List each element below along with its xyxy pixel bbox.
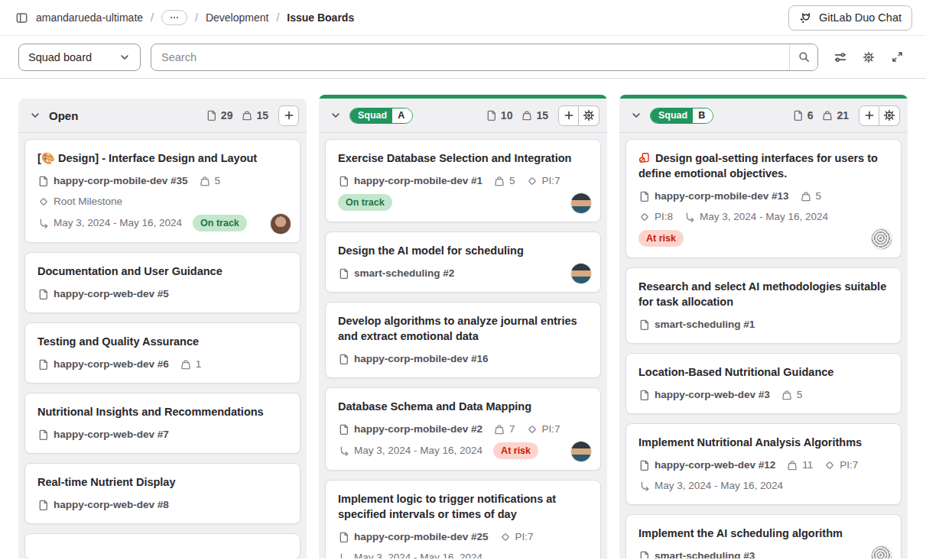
weight-icon bbox=[521, 109, 533, 121]
column-weight-count: 15 bbox=[241, 109, 268, 121]
issue-card[interactable]: Implement Nutritional Analysis Algorithm… bbox=[625, 423, 902, 505]
milestone-icon bbox=[37, 196, 50, 208]
duo-chat-label: GitLab Duo Chat bbox=[819, 11, 902, 24]
issue-meta: happy-corp-mobile-dev #16 bbox=[338, 351, 588, 367]
add-issue-button[interactable] bbox=[558, 105, 579, 126]
issue-title[interactable]: Testing and Quality Assurance bbox=[37, 334, 288, 349]
breadcrumb: amandarueda-ultimate / / Development / I… bbox=[15, 10, 354, 25]
chevron-down-icon bbox=[119, 51, 131, 63]
issue-card[interactable]: Develop algorithms to analyze journal en… bbox=[325, 302, 601, 378]
breadcrumb-separator: / bbox=[151, 11, 154, 24]
breadcrumb-group[interactable]: Development bbox=[206, 11, 269, 24]
column-collapse-button[interactable] bbox=[629, 108, 644, 123]
issue-meta: happy-corp-web-dev #8 bbox=[37, 497, 288, 513]
issue-meta: happy-corp-mobile-dev #25PI:7May 3, 2024… bbox=[338, 529, 588, 558]
issue-title[interactable]: [🎨 Design] - Interface Design and Layout bbox=[37, 151, 288, 166]
column-collapse-button[interactable] bbox=[328, 108, 343, 123]
assignee-avatar[interactable] bbox=[571, 264, 591, 283]
issue-icon bbox=[37, 499, 50, 511]
issue-meta: happy-corp-web-dev #1211PI:7May 3, 2024 … bbox=[638, 458, 889, 494]
search-input[interactable] bbox=[151, 44, 789, 70]
filter-sliders-icon bbox=[833, 50, 847, 64]
issue-card[interactable]: [🎨 Design] - Interface Design and Layout… bbox=[24, 139, 301, 243]
issue-card-partial[interactable] bbox=[24, 533, 301, 558]
issue-card[interactable]: Nutritional Insights and Recommendations… bbox=[24, 393, 301, 454]
weight-icon bbox=[199, 175, 211, 187]
issue-title[interactable]: Implement the AI scheduling algorithm bbox=[638, 526, 889, 541]
sidebar-toggle-icon[interactable] bbox=[15, 11, 28, 24]
add-issue-button[interactable] bbox=[859, 105, 879, 126]
issue-reference: happy-corp-web-dev #6 bbox=[37, 357, 169, 372]
issue-title[interactable]: Design the AI model for scheduling bbox=[338, 243, 588, 258]
duo-chat-button[interactable]: GitLab Duo Chat bbox=[788, 5, 912, 31]
iteration-icon bbox=[338, 445, 350, 457]
plus-icon bbox=[283, 109, 295, 121]
assignee-avatar[interactable] bbox=[571, 442, 591, 461]
assignee-avatar[interactable] bbox=[872, 229, 892, 249]
issue-icon bbox=[37, 358, 50, 371]
column-scoped-label[interactable]: SquadA bbox=[349, 108, 413, 124]
issue-title[interactable]: Research and select AI methodologies sui… bbox=[638, 279, 889, 309]
issue-title[interactable]: Real-time Nutrient Display bbox=[37, 474, 288, 490]
issue-meta: happy-corp-web-dev #5 bbox=[37, 286, 288, 302]
breadcrumb-ellipsis-button[interactable] bbox=[161, 10, 187, 25]
issue-title[interactable]: Implement Nutritional Analysis Algorithm… bbox=[638, 435, 889, 450]
iteration-icon bbox=[684, 211, 696, 223]
board-settings-button[interactable] bbox=[856, 45, 881, 70]
issue-milestone: PI:7 bbox=[824, 458, 858, 473]
search-icon bbox=[798, 50, 811, 63]
issue-title[interactable]: Develop algorithms to analyze journal en… bbox=[338, 313, 588, 344]
issue-weight: 5 bbox=[781, 387, 803, 403]
breadcrumb-project[interactable]: amandarueda-ultimate bbox=[36, 11, 143, 24]
board-column-squad-b: SquadB 6 21 Design goal-setting interfac… bbox=[619, 95, 908, 558]
issue-card[interactable]: Research and select AI methodologies sui… bbox=[625, 267, 902, 344]
issue-card[interactable]: Exercise Database Selection and Integrat… bbox=[325, 139, 601, 222]
milestone-icon bbox=[526, 423, 538, 435]
column-weight-count: 15 bbox=[521, 109, 548, 121]
column-scoped-label[interactable]: SquadB bbox=[650, 108, 713, 124]
column-collapse-button[interactable] bbox=[28, 108, 43, 123]
board-column-squad-a: SquadA 10 15 Exercise Database Selection… bbox=[319, 95, 607, 558]
milestone-icon bbox=[638, 211, 651, 223]
issue-card[interactable]: Implement logic to trigger notifications… bbox=[325, 480, 601, 558]
chevron-down-icon bbox=[330, 109, 342, 121]
issue-title[interactable]: Database Schema and Data Mapping bbox=[338, 399, 588, 414]
list-settings-button[interactable] bbox=[579, 105, 599, 126]
column-counts: 10 15 bbox=[486, 105, 599, 126]
issue-card[interactable]: Design goal-setting interfaces for users… bbox=[625, 139, 902, 258]
issue-card[interactable]: Design the AI model for scheduling smart… bbox=[325, 231, 601, 293]
issue-title[interactable]: Nutritional Insights and Recommendations bbox=[37, 404, 288, 419]
list-settings-button[interactable] bbox=[879, 105, 900, 126]
filter-settings-button[interactable] bbox=[828, 45, 853, 70]
issue-card[interactable]: Implement the AI scheduling algorithm sm… bbox=[625, 514, 902, 558]
issue-title[interactable]: Implement logic to trigger notifications… bbox=[338, 491, 588, 522]
issue-card[interactable]: Testing and Quality Assurance happy-corp… bbox=[24, 322, 301, 384]
search-button[interactable] bbox=[789, 44, 817, 70]
issue-reference: happy-corp-mobile-dev #16 bbox=[338, 351, 489, 367]
search-box bbox=[151, 44, 818, 71]
issue-meta: happy-corp-mobile-dev #15PI:7On track bbox=[338, 173, 588, 211]
issue-title[interactable]: Location-Based Nutritional Guidance bbox=[638, 364, 889, 380]
issue-card[interactable]: Database Schema and Data Mapping happy-c… bbox=[325, 387, 601, 471]
add-issue-button[interactable] bbox=[278, 105, 299, 126]
issue-icon bbox=[37, 288, 50, 300]
issue-card[interactable]: Location-Based Nutritional Guidance happ… bbox=[625, 353, 902, 414]
issue-card[interactable]: Real-time Nutrient Display happy-corp-we… bbox=[24, 463, 301, 524]
column-issue-count: 29 bbox=[206, 109, 233, 121]
assignee-avatar[interactable] bbox=[271, 214, 291, 234]
weight-icon bbox=[821, 109, 833, 121]
issue-meta: happy-corp-web-dev #7 bbox=[37, 427, 288, 442]
issue-weight: 1 bbox=[180, 357, 202, 372]
issue-card[interactable]: Documentation and User Guidance happy-co… bbox=[24, 252, 301, 313]
issue-icon bbox=[792, 109, 804, 121]
issue-title[interactable]: Exercise Database Selection and Integrat… bbox=[338, 151, 588, 166]
assignee-avatar[interactable] bbox=[872, 546, 892, 558]
assignee-avatar[interactable] bbox=[571, 193, 591, 213]
board-select-dropdown[interactable]: Squad board bbox=[18, 44, 141, 71]
fullscreen-button[interactable] bbox=[885, 45, 909, 70]
iteration-icon bbox=[37, 217, 50, 229]
issue-title[interactable]: Design goal-setting interfaces for users… bbox=[638, 151, 889, 181]
issue-board: Open 29 15 [🎨 Design] - Interface Design… bbox=[0, 79, 926, 558]
issue-title[interactable]: Documentation and User Guidance bbox=[37, 264, 288, 279]
expand-icon bbox=[891, 50, 904, 63]
